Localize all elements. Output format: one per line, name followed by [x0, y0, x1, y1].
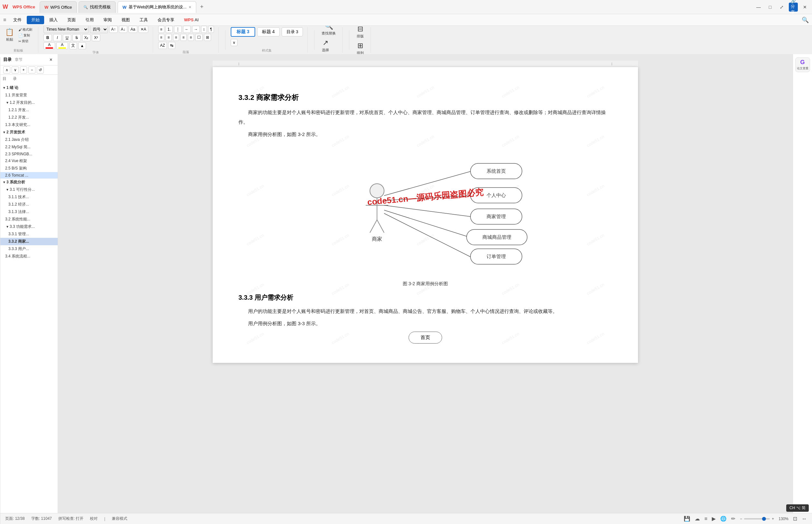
copy-button[interactable]: 📄 复制 — [17, 33, 34, 38]
paste-button[interactable]: 📋 粘贴 — [3, 27, 16, 44]
status-play-icon[interactable]: ▶ — [712, 515, 716, 522]
ribbon-tab-insert[interactable]: 插入 — [45, 16, 62, 24]
menu-icon[interactable]: ≡ — [3, 17, 6, 23]
format-painter-button[interactable]: 🖌 格式刷 — [17, 27, 34, 32]
toc-item-1.2.1[interactable]: 1.2.1 开发... — [0, 107, 58, 114]
tab-doc-close[interactable]: ✕ — [188, 5, 192, 9]
align-center-button[interactable]: ≡ — [166, 34, 172, 41]
paper-check-button[interactable]: G 论文查重 — [795, 58, 810, 72]
tab-template[interactable]: 🔍 找程壳模板 — [79, 1, 116, 13]
ribbon-tab-file[interactable]: 文件 — [9, 16, 26, 24]
toc-item-1.2.2[interactable]: 1.2.2 开发... — [0, 114, 58, 121]
find-replace-button[interactable]: 🔍 查找替换 — [320, 26, 338, 37]
font-case-button[interactable]: Aa — [129, 26, 137, 33]
sort-button[interactable]: AZ — [158, 42, 167, 49]
ribbon-tab-tools[interactable]: 工具 — [135, 16, 152, 24]
fit-width-button[interactable]: ↔ — [802, 516, 807, 522]
lang-switch-button[interactable]: CH ⌥ 简 — [786, 504, 809, 512]
status-save-icon[interactable]: 💾 — [684, 515, 690, 522]
toc-item-3.3.1[interactable]: 3.3.1 管理... — [0, 230, 58, 238]
underline-button[interactable]: U — [63, 34, 71, 41]
font-size-select[interactable]: 四号 — [90, 26, 108, 33]
toc-tree[interactable]: ▼ 1 绪 论 1.1 开发背景 ▼ 1.2 开发目的... 1.2.1 开发.… — [0, 83, 58, 513]
status-globe-icon[interactable]: 🌐 — [720, 515, 727, 522]
toc3-button[interactable]: 目录 3 — [282, 28, 303, 36]
search-icon[interactable]: 🔍 — [802, 16, 809, 23]
select-button[interactable]: ↗ 选择 — [320, 38, 331, 53]
toc-item-2[interactable]: ▼ 2 开发技术 — [0, 129, 58, 136]
toc-item-3.1.2[interactable]: 3.1.2 经济... — [0, 201, 58, 208]
share-button[interactable]: 🔗 分享 — [789, 3, 798, 12]
indent-increase-button[interactable]: → — [192, 26, 200, 33]
toc-item-1.1[interactable]: 1.1 开发背景 — [0, 92, 58, 99]
toc-item-1.3[interactable]: 1.3 本文研究... — [0, 121, 58, 129]
toc-item-3.3[interactable]: ▼ 3.3 功能需求... — [0, 223, 58, 230]
rank-button[interactable]: ⊞ 排列 — [354, 40, 366, 54]
char-border-button[interactable]: 文 — [69, 42, 77, 49]
font-grow-button[interactable]: A↑ — [109, 26, 118, 33]
bullets-button[interactable]: ≡ — [158, 26, 164, 33]
toc-item-2.1[interactable]: 2.1 Java 介绍 — [0, 136, 58, 143]
status-list-icon[interactable]: ≡ — [705, 516, 707, 522]
toc-down-button[interactable]: ∨ — [12, 66, 19, 73]
toc-item-2.2[interactable]: 2.2 MySql 简... — [0, 143, 58, 151]
status-cloud-icon[interactable]: ☁ — [695, 515, 700, 522]
align-left-button[interactable]: ≡ — [158, 34, 164, 41]
font-color-button[interactable]: A — [44, 42, 55, 49]
tab-doc[interactable]: W 基于Web的网上购物系统的设... ✕ — [118, 1, 196, 13]
ribbon-tab-ref[interactable]: 引用 — [81, 16, 98, 24]
zoom-out-button[interactable]: − — [740, 517, 742, 521]
ribbon-tab-review[interactable]: 审阅 — [99, 16, 116, 24]
fullscreen-button[interactable]: ⤢ — [777, 3, 786, 12]
fit-page-button[interactable]: ⊡ — [793, 515, 797, 522]
toc-item-1[interactable]: ▼ 1 绪 论 — [0, 84, 58, 92]
toc-item-3.3.2[interactable]: 3.3.2 商家... — [0, 238, 58, 245]
zoom-in-button[interactable]: + — [772, 517, 774, 521]
toc-item-2.5[interactable]: 2.5 B/S 架构 — [0, 165, 58, 172]
line-spacing-button[interactable]: ↕ — [201, 26, 207, 33]
sort-layout-button[interactable]: ⊟ 排版 — [354, 26, 366, 39]
tab-button[interactable]: ↹ — [168, 42, 175, 49]
indent-decrease-button[interactable]: ← — [183, 26, 191, 33]
toc-item-2.4[interactable]: 2.4 Vue 框架 — [0, 157, 58, 165]
minimize-button[interactable]: — — [754, 3, 763, 12]
justify-button[interactable]: ≡ — [180, 34, 186, 41]
toc-item-3.3.3[interactable]: 3.3.3 用户... — [0, 245, 58, 253]
toc-item-3.1.3[interactable]: 3.1.3 法律... — [0, 208, 58, 216]
status-pen-icon[interactable]: ✏ — [731, 515, 735, 522]
tab-wps-home[interactable]: W WPS Office — [40, 1, 77, 13]
ribbon-tab-page[interactable]: 页面 — [63, 16, 80, 24]
font-family-select[interactable]: Times New Roman — [44, 26, 88, 33]
superscript-button[interactable]: X² — [92, 34, 100, 41]
spell-check[interactable]: 拼写检查: 打开 — [58, 516, 84, 521]
char-shading-button[interactable]: ▲ — [78, 42, 86, 49]
toc-item-3.2[interactable]: 3.2 系统性能... — [0, 216, 58, 223]
ribbon-tab-view[interactable]: 视图 — [117, 16, 134, 24]
toc-item-2.6[interactable]: 2.6 Tomcat ... — [0, 172, 58, 179]
show-hide-button[interactable]: ¶ — [208, 26, 214, 33]
ribbon-tab-home[interactable]: 开始 — [27, 16, 44, 24]
toc-add-button[interactable]: + — [20, 66, 27, 73]
toc-item-3.1[interactable]: ▼ 3.1 可行性分... — [0, 186, 58, 193]
ribbon-tab-ai[interactable]: WPS AI — [180, 16, 203, 23]
toc-item-2.3[interactable]: 2.3 SPRINGB... — [0, 151, 58, 157]
borders-button[interactable]: ⊞ — [204, 34, 211, 41]
font-shrink-button[interactable]: A↓ — [119, 26, 127, 33]
align-dist-button[interactable]: ≡ — [188, 34, 194, 41]
toc-remove-button[interactable]: − — [28, 66, 35, 73]
font-clear-button[interactable]: ✕A — [138, 26, 148, 33]
strikethrough-button[interactable]: S̶ — [72, 34, 81, 41]
close-button[interactable]: ✕ — [800, 3, 809, 12]
zoom-slider[interactable] — [744, 518, 770, 520]
toc-refresh-button[interactable]: ↺ — [37, 66, 44, 73]
toc-item-3.1.1[interactable]: 3.1.1 技术... — [0, 193, 58, 201]
multilevel-button[interactable]: ⋮ — [174, 26, 182, 33]
highlight-button[interactable]: A — [56, 42, 68, 49]
tab-add-button[interactable]: + — [198, 3, 205, 10]
ribbon-tab-vip[interactable]: 会员专享 — [153, 16, 179, 24]
sidebar-close-button[interactable]: × — [47, 56, 54, 63]
doc-area[interactable]: | | code51.cn code51.cn code51.cn code51… — [58, 54, 793, 513]
toc-item-3.4[interactable]: 3.4 系统流程... — [0, 253, 58, 260]
cut-button[interactable]: ✂ 剪切 — [17, 39, 34, 44]
toc-item-1.2[interactable]: ▼ 1.2 开发目的... — [0, 99, 58, 107]
